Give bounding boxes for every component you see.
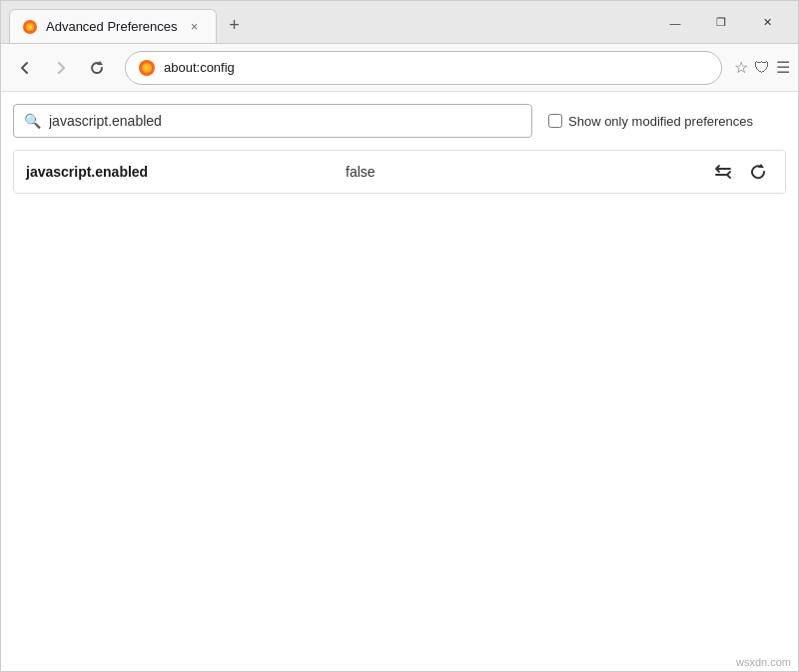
- menu-icon[interactable]: ☰: [776, 58, 790, 77]
- svg-point-6: [145, 65, 150, 70]
- navigation-bar: about:config ☆ 🛡 ☰: [1, 44, 798, 92]
- shield-icon[interactable]: 🛡: [754, 59, 770, 77]
- reset-value-button[interactable]: [745, 158, 773, 186]
- forward-button[interactable]: [45, 52, 77, 84]
- preferences-table: javascript.enabled false: [13, 150, 786, 194]
- tab-title: Advanced Preferences: [46, 19, 178, 34]
- search-input[interactable]: [49, 113, 521, 129]
- address-bar-icons: ☆ 🛡 ☰: [734, 58, 790, 77]
- close-button[interactable]: ✕: [744, 8, 790, 38]
- active-tab[interactable]: Advanced Preferences ×: [9, 9, 217, 43]
- tab-bar: Advanced Preferences × +: [1, 1, 644, 43]
- new-tab-button[interactable]: +: [221, 11, 249, 39]
- title-bar: Advanced Preferences × + — ❐ ✕: [1, 1, 798, 44]
- maximize-button[interactable]: ❐: [698, 8, 744, 38]
- tab-favicon: [22, 19, 38, 35]
- svg-point-2: [28, 25, 32, 29]
- toggle-value-button[interactable]: [709, 158, 737, 186]
- refresh-button[interactable]: [81, 52, 113, 84]
- search-icon: 🔍: [24, 113, 41, 129]
- pref-actions: [709, 158, 773, 186]
- main-content: 🔍 Show only modified preferences javascr…: [1, 92, 798, 671]
- window-controls: — ❐ ✕: [644, 1, 798, 44]
- pref-value-cell: false: [346, 164, 709, 180]
- table-row: javascript.enabled false: [14, 151, 785, 193]
- show-modified-checkbox[interactable]: [548, 114, 562, 128]
- search-area: 🔍 Show only modified preferences: [13, 104, 786, 138]
- back-button[interactable]: [9, 52, 41, 84]
- back-icon: [17, 60, 33, 76]
- browser-window: Advanced Preferences × + — ❐ ✕: [0, 0, 799, 672]
- watermark: wsxdn.com: [736, 656, 791, 668]
- bookmark-icon[interactable]: ☆: [734, 58, 748, 77]
- minimize-button[interactable]: —: [652, 8, 698, 38]
- reset-icon: [749, 162, 769, 182]
- pref-name-cell: javascript.enabled: [26, 164, 346, 180]
- firefox-logo-icon: [138, 59, 156, 77]
- show-modified-checkbox-label[interactable]: Show only modified preferences: [548, 114, 753, 129]
- preference-search-box[interactable]: 🔍: [13, 104, 532, 138]
- show-modified-label: Show only modified preferences: [568, 114, 753, 129]
- address-bar[interactable]: about:config: [125, 51, 722, 85]
- refresh-icon: [89, 60, 105, 76]
- address-text: about:config: [164, 60, 709, 75]
- forward-icon: [53, 60, 69, 76]
- toggle-icon: [713, 162, 733, 182]
- tab-close-button[interactable]: ×: [186, 18, 204, 36]
